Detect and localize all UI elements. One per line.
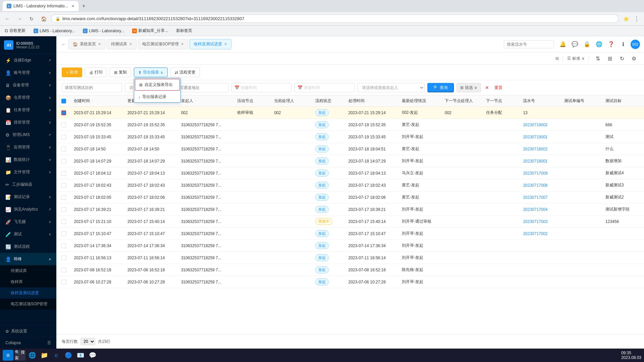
flow-num-link[interactable]: 20230717004: [523, 207, 547, 212]
notification-icon[interactable]: 🔔: [558, 40, 568, 49]
new-tab-button[interactable]: +: [80, 2, 88, 10]
reset-button[interactable]: 重置: [492, 84, 505, 92]
browser-menu-icon[interactable]: ⋮: [632, 14, 641, 24]
th-create-time[interactable]: 创建时间↕: [71, 95, 125, 107]
sidebar-item-edge[interactable]: ⚡ 连接Edge ↗: [0, 54, 56, 66]
taskbar-chrome-icon[interactable]: 🔵: [63, 350, 74, 361]
filter-icon[interactable]: ⊞: [605, 54, 614, 63]
sidebar-item-data[interactable]: 📊 数据统计 ∨: [0, 153, 56, 166]
sidebar-item-test-flow[interactable]: 🔄 测试流程: [0, 240, 56, 253]
row-checkbox[interactable]: [61, 268, 66, 272]
bookmark-xinwei[interactable]: W 新威知库_分享...: [130, 27, 170, 34]
update-time-picker[interactable]: 📅 更新时间: [294, 83, 355, 92]
row-checkbox[interactable]: [61, 256, 66, 260]
sidebar-collapse-btn[interactable]: Collapse ☰: [0, 337, 56, 349]
row-checkbox[interactable]: [61, 183, 66, 188]
copy-button[interactable]: ⊞ 复制: [110, 67, 131, 77]
sidebar-sub-pending[interactable]: 待测试库: [0, 265, 56, 276]
flow-num-link[interactable]: 20230717008: [523, 183, 547, 188]
flow-num-link[interactable]: 20230718001: [523, 159, 547, 164]
initiator-select[interactable]: 请选择或搜索发起人: [358, 83, 425, 92]
query-button[interactable]: 🔍 查询: [427, 83, 454, 92]
forward-button[interactable]: →: [15, 14, 24, 24]
refresh-icon[interactable]: ↻: [617, 54, 627, 63]
tab-pending-test-close[interactable]: ✕: [129, 42, 132, 46]
bookmark-lims-2[interactable]: L LIMS - Laboratory...: [81, 28, 126, 34]
row-checkbox[interactable]: [61, 123, 66, 127]
tab-sample-progress[interactable]: 收样及测试进度 ✕: [190, 39, 231, 49]
sidebar-item-feimao[interactable]: 🚀 飞毛腿 ∨: [0, 216, 56, 228]
row-checkbox[interactable]: [61, 135, 66, 139]
system-settings-item[interactable]: ⚙ 系统设置: [0, 325, 56, 337]
sidebar-sub-sop[interactable]: 电芯测试项SOP管理: [0, 299, 56, 310]
search-taskbar-btn[interactable]: 🔍 搜索: [15, 350, 25, 361]
th-handle-time[interactable]: 处理时间↕: [346, 95, 399, 107]
back-button[interactable]: ←: [3, 14, 12, 24]
tab-close-btn[interactable]: ✕: [71, 4, 74, 8]
flow-num-link[interactable]: 20230717007: [523, 195, 547, 200]
copy-icon-btn[interactable]: ⊟: [555, 56, 559, 61]
sidebar-item-device[interactable]: 🖥 设备管理 ∨: [0, 79, 56, 91]
flow-num-link[interactable]: 20230717003: [523, 219, 547, 224]
row-checkbox[interactable]: [61, 231, 66, 236]
help2-icon[interactable]: ℹ: [619, 40, 628, 49]
tab-sop-mgmt[interactable]: 电芯测试项SOP管理 ✕: [138, 39, 188, 49]
sidebar-sub-sample[interactable]: 收样库: [0, 276, 56, 287]
flow-num-link[interactable]: 20230719001: [523, 135, 547, 139]
url-bar[interactable]: 🔒 lims.neware.com.cn/function/app-detail…: [51, 14, 619, 23]
sidebar-item-editor[interactable]: ✏ 工步编辑器: [0, 178, 56, 191]
bookmark-google-update[interactable]: G 谷歌更新: [3, 27, 28, 34]
settings-icon[interactable]: ⚙: [629, 54, 639, 63]
taskbar-wechat-icon[interactable]: 💬: [87, 350, 98, 361]
sort-icon[interactable]: ⇅: [593, 54, 602, 63]
per-page-select[interactable]: 20: [80, 338, 95, 345]
tab-sop-mgmt-close[interactable]: ✕: [181, 42, 184, 46]
taskbar-edge-icon[interactable]: e: [51, 350, 62, 361]
tab-system-home-close[interactable]: ✕: [98, 42, 101, 46]
sidebar-item-app[interactable]: 📱 应用管理 ∨: [0, 141, 56, 153]
browser-tab-active[interactable]: L LIMS - Laboratory Informatio... ✕: [3, 1, 78, 11]
sidebar-item-hanfeng[interactable]: 👤 韩锋 ∧: [0, 253, 56, 265]
export-custom-item[interactable]: ⊞ 自定义报表导出: [135, 79, 180, 91]
sidebar-item-test-record[interactable]: 📝 测试记录 ∨: [0, 191, 56, 203]
sidebar-item-account[interactable]: 👤 账号管理 ∨: [0, 66, 56, 79]
flow-num-link[interactable]: 20230718002: [523, 147, 547, 151]
tab-sample-progress-close[interactable]: ✕: [224, 42, 227, 46]
user-avatar[interactable]: 002: [631, 40, 640, 49]
sidebar-item-analytics[interactable]: 📈 洞见Analytics ↗: [0, 203, 56, 216]
row-checkbox[interactable]: [61, 280, 66, 284]
flow-num-link[interactable]: 20230717009: [523, 171, 547, 176]
reload-button[interactable]: ↻: [27, 14, 36, 24]
flow-change-button[interactable]: ⇄ 流程变更: [170, 67, 200, 77]
start-button[interactable]: ⊞: [3, 350, 13, 361]
test-target-input[interactable]: [62, 83, 122, 92]
taskbar-outlook-icon[interactable]: 📧: [75, 350, 86, 361]
globe-icon[interactable]: 🌐: [594, 40, 604, 49]
taskbar-file-icon[interactable]: 📁: [39, 350, 50, 361]
row-checkbox[interactable]: [61, 147, 66, 151]
filter-button[interactable]: ⊞ 筛选 ∨: [457, 83, 481, 92]
sidebar-item-warehouse[interactable]: 📦 仓库管理 ∨: [0, 91, 56, 104]
flow-num-link[interactable]: 20230719002: [523, 123, 547, 127]
nav-back-icon[interactable]: ←: [60, 41, 67, 48]
tab-system-home[interactable]: 🏠 系统首页 ✕: [68, 39, 105, 49]
new-button[interactable]: + 新增: [62, 67, 82, 77]
tab-pending-test[interactable]: 待测试库 ✕: [107, 39, 137, 49]
row-checkbox[interactable]: [61, 171, 66, 176]
flow-num-link[interactable]: 20230717002: [523, 231, 547, 236]
browser-extensions-icon[interactable]: ⭐: [621, 14, 631, 24]
home-button[interactable]: 🏠: [39, 14, 48, 24]
help-icon[interactable]: ❓: [606, 40, 616, 49]
standard-btn[interactable]: ☰ 标准 ∨: [567, 56, 585, 61]
lock-icon[interactable]: 🔒: [582, 40, 592, 49]
row-checkbox[interactable]: [61, 219, 66, 224]
bookmark-lims-1[interactable]: L LIMS - Laboratory...: [32, 28, 77, 34]
sidebar-sub-progress[interactable]: 收样及测试进度: [0, 287, 56, 299]
sidebar-item-task[interactable]: 📋 任务管理 ∨: [0, 104, 56, 116]
create-time-picker[interactable]: 📅 创建时间: [231, 83, 292, 92]
sidebar-item-test[interactable]: 🧪 测试 ∨: [0, 228, 56, 240]
search-flow-input[interactable]: [504, 40, 554, 48]
row-checkbox[interactable]: [61, 159, 66, 164]
sidebar-item-lims[interactable]: ⚙ 管理LIMS ↗: [0, 129, 56, 141]
row-checkbox[interactable]: [61, 243, 66, 248]
